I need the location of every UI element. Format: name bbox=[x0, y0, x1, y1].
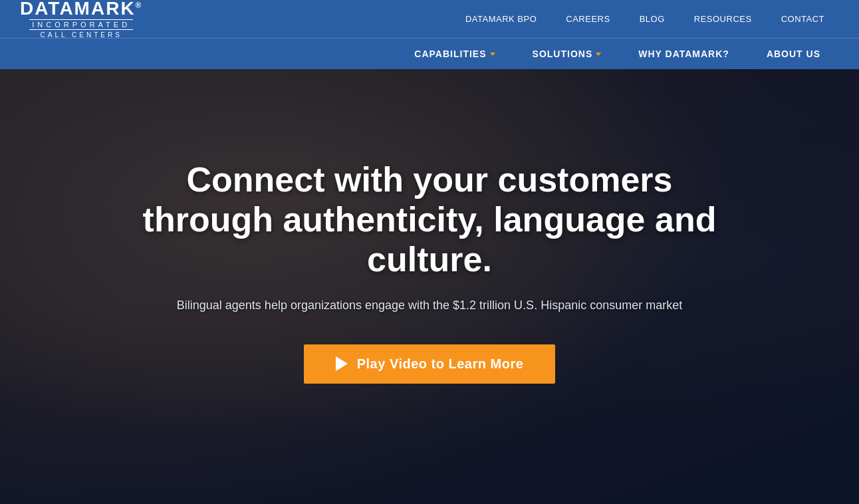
nav-capabilities[interactable]: CAPABILITIES bbox=[396, 49, 513, 59]
cta-label: Play Video to Learn More bbox=[357, 356, 524, 372]
nav-careers[interactable]: CAREERS bbox=[551, 14, 624, 24]
nav-datamark-bpo[interactable]: DATAMARK BPO bbox=[451, 14, 551, 24]
nav-blog[interactable]: BLOG bbox=[625, 14, 679, 24]
capabilities-label: CAPABILITIES bbox=[414, 49, 486, 59]
logo-brand-text: DATAMARK bbox=[20, 0, 136, 19]
site-header: DATAMARK® INCORPORATED CALL CENTERS DATA… bbox=[0, 0, 859, 69]
play-video-button[interactable]: Play Video to Learn More bbox=[304, 344, 556, 384]
nav-why-datamark[interactable]: WHY DATAMARK? bbox=[620, 49, 748, 59]
hero-content: Connect with your customers through auth… bbox=[0, 0, 859, 504]
solutions-dropdown-arrow bbox=[596, 53, 601, 56]
bottom-navigation: CAPABILITIES SOLUTIONS WHY DATAMARK? ABO… bbox=[396, 49, 839, 59]
nav-resources[interactable]: RESOURCES bbox=[679, 14, 767, 24]
hero-subtext: Bilingual agents help organizations enga… bbox=[177, 299, 682, 313]
nav-contact[interactable]: CONTACT bbox=[767, 14, 839, 24]
logo-trademark: ® bbox=[136, 1, 143, 10]
site-logo: DATAMARK® INCORPORATED CALL CENTERS bbox=[20, 0, 142, 39]
header-bottom-bar: CAPABILITIES SOLUTIONS WHY DATAMARK? ABO… bbox=[0, 39, 859, 69]
logo-incorporated: INCORPORATED bbox=[29, 19, 133, 30]
logo-brand-name: DATAMARK® bbox=[20, 0, 142, 18]
logo-callcenters: CALL CENTERS bbox=[41, 31, 122, 39]
top-navigation: DATAMARK BPO CAREERS BLOG RESOURCES CONT… bbox=[451, 14, 839, 24]
nav-solutions[interactable]: SOLUTIONS bbox=[514, 49, 620, 59]
hero-headline: Connect with your customers through auth… bbox=[117, 160, 742, 279]
capabilities-dropdown-arrow bbox=[490, 53, 495, 56]
play-icon bbox=[336, 356, 348, 371]
solutions-label: SOLUTIONS bbox=[533, 49, 593, 59]
header-top-bar: DATAMARK® INCORPORATED CALL CENTERS DATA… bbox=[0, 0, 859, 39]
nav-about-us[interactable]: ABOUT US bbox=[748, 49, 839, 59]
